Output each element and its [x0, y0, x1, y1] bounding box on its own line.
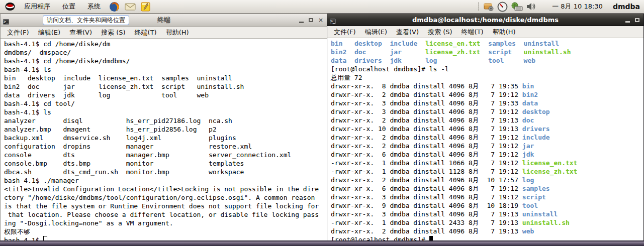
- panel-left: 应用程序 位置 系统: [0, 1, 152, 13]
- terminal-line: drwxr-xr-x. 2 dmdba dinstall 4096 8月 7 1…: [331, 90, 643, 99]
- right-window-title: dmdba@localhost:/home/diske/dmdbms: [327, 16, 643, 24]
- right-menu-item-1[interactable]: 编辑(E): [360, 27, 392, 38]
- left-menu-item-3[interactable]: 搜索 (S): [97, 27, 130, 38]
- background-window-edge: [0, 240, 644, 246]
- terminal-line: that location. Please choose a different…: [4, 210, 327, 219]
- right-menubar: 文件(F)编辑(E)查看(V)搜索 (S)终端(T)帮助(H): [327, 26, 643, 38]
- terminal-line: dbca.sh dts_cmd_run.sh monitor.bmp works…: [4, 168, 327, 176]
- terminal-line: drwxr-xr-x. 3 dmdba dinstall 4096 8月 7 1…: [331, 99, 643, 107]
- terminal-line: drwxr-xr-x. 6 dmdba dinstall 4096 8月 7 1…: [331, 150, 643, 159]
- left-menu-item-2[interactable]: 查看(V): [65, 27, 97, 38]
- left-menu-item-1[interactable]: 编辑(E): [34, 27, 65, 38]
- terminal-line: bash-4.1$ ls: [4, 65, 327, 74]
- terminal-line: <title>Invalid Configuration Location</t…: [4, 185, 327, 193]
- right-titlebar[interactable]: >_ dmdba@localhost:/home/diske/dmdbms: [327, 14, 643, 26]
- terminal-line: drwxr-xr-x. 10 dmdba dinstall 4096 8月 7 …: [331, 125, 643, 133]
- menu-system[interactable]: 系统: [82, 1, 106, 13]
- terminal-line: drwxr-xr-x. 3 dmdba dinstall 4096 8月 7 1…: [331, 210, 643, 218]
- terminal-line: configuration dropins manager restore.xm…: [4, 142, 327, 151]
- maximize-button[interactable]: [309, 18, 313, 22]
- firefox-icon[interactable]: [109, 2, 120, 12]
- terminal-line: analyzer disql hs_err_pid27186.log nca.s…: [4, 116, 327, 125]
- left-titlebar[interactable]: >_ 终端 × 访问文档、文件夹和网络位置: [1, 14, 327, 27]
- terminal-line: drwxr-xr-x. 2 dmdba dinstall 4096 8月 10 …: [331, 176, 643, 184]
- terminal-window-icon: >_: [330, 15, 336, 25]
- right-menu-item-0[interactable]: 文件(F): [329, 27, 360, 38]
- terminal-line: bash-4.1$ ls: [4, 108, 327, 116]
- terminal-line: ing "-Dosgi.locking=none" as a VM argume…: [4, 219, 327, 227]
- left-terminal-output[interactable]: bash-4.1$ cd /home/diske/dmdmdbms/ dmspa…: [1, 39, 327, 242]
- keyboard-icon[interactable]: [511, 2, 523, 11]
- terminal-line: drwxr-xr-x. 8 dmdba dinstall 4096 8月 7 1…: [331, 82, 643, 90]
- terminal-line: is that the file system or Runtime Envir…: [4, 202, 327, 210]
- terminal-line: analyzer.bmp dmagent hs_err_pid2856.log …: [4, 125, 327, 134]
- terminal-window-left: >_ 终端 × 访问文档、文件夹和网络位置 文件(F)编辑(E)查看(V)搜索 …: [0, 14, 328, 241]
- right-terminal-output[interactable]: bin desktop include license_en.txt sampl…: [327, 38, 643, 242]
- menu-places[interactable]: 位置: [57, 1, 80, 13]
- close-button[interactable]: ×: [318, 18, 323, 23]
- terminal-line: drwxr-xr-x. 2 dmdba dinstall 4096 8月 7 1…: [331, 142, 643, 150]
- terminal-line: data drivers jdk log tool web: [331, 56, 643, 65]
- left-menu-item-4[interactable]: 终端(T): [130, 27, 161, 38]
- redhat-menu-icon[interactable]: [5, 2, 16, 11]
- maximize-button[interactable]: [635, 18, 639, 22]
- terminal-line: drwxr-xr-x. 9 dmdba dinstall 4096 8月 10 …: [331, 201, 643, 210]
- terminal-line: [root@localhost dmdbms]# ls -l: [331, 65, 643, 73]
- top-panel: 应用程序 位置 系统: [0, 0, 644, 14]
- package-icon[interactable]: [483, 2, 494, 12]
- places-tooltip: 访问文档、文件夹和网络位置: [43, 15, 129, 25]
- right-menu-item-3[interactable]: 搜索 (S): [423, 27, 457, 38]
- terminal-line: 总用量 72: [331, 73, 643, 82]
- terminal-line: -rwxr-xr-x. 1 dmdba dinstall 1128 8月 7 1…: [331, 167, 643, 176]
- terminal-line: drwxr-xr-x. 2 dmdba dinstall 4096 8月 7 1…: [331, 116, 643, 125]
- terminal-line: 权限不够: [4, 227, 327, 236]
- terminal-line: drwxr-xr-x. 3 dmdba dinstall 4096 8月 7 1…: [331, 193, 643, 201]
- terminal-line: bin2 doc jar license_zh.txt script unins…: [4, 82, 327, 91]
- terminal-line: drwxr-xr-x. 2 dmdba dinstall 4096 8月 7 1…: [331, 133, 643, 142]
- terminal-line: bin desktop include license_en.txt sampl…: [4, 74, 327, 82]
- panel-user[interactable]: dmdba: [613, 3, 640, 11]
- terminal-line: bash-4.1$ cd tool/: [4, 99, 327, 108]
- terminal-line: bash-4.1$ ./manager: [4, 176, 327, 185]
- menu-applications[interactable]: 应用程序: [19, 1, 55, 13]
- terminal-line: drwxr-xr-x. 2 dmdba dinstall 4096 8月 7 1…: [331, 227, 643, 235]
- terminal-line: bin2 doc jar license_zh.txt script unins…: [331, 48, 643, 56]
- minimize-button[interactable]: [625, 21, 630, 23]
- terminal-line: bin desktop include license_en.txt sampl…: [331, 39, 643, 48]
- gauge-icon[interactable]: [497, 2, 508, 12]
- right-menu-item-2[interactable]: 查看(V): [392, 27, 423, 38]
- tray-handle[interactable]: [478, 2, 480, 11]
- terminal-window-icon: >_: [3, 16, 9, 25]
- panel-clock[interactable]: 一 8月 10 18:30: [552, 2, 603, 11]
- terminal-line: dmdbms/ dmspace/: [4, 48, 327, 57]
- left-menu-item-5[interactable]: 帮助(H): [161, 27, 194, 38]
- left-menu-item-0[interactable]: 文件(F): [3, 27, 34, 38]
- terminal-line: data drivers jdk log tool web: [4, 91, 327, 99]
- terminal-line: bash-4.1$ cd /home/diske/dm: [4, 40, 327, 48]
- terminal-line: backup.xml dmservice.sh log4j.xml plugin…: [4, 134, 327, 142]
- right-menu-item-4[interactable]: 终端(T): [457, 27, 488, 38]
- note-icon[interactable]: [141, 2, 150, 12]
- volume-icon[interactable]: [526, 2, 536, 11]
- terminal-line: console dts manager.bmp server_connectio…: [4, 151, 327, 159]
- terminal-line: console.bmp dts.bmp monitor templates: [4, 159, 327, 168]
- terminal-line: drwxr-xr-x. 6 dmdba dinstall 4096 8月 7 1…: [331, 184, 643, 193]
- terminal-window-right: >_ dmdba@localhost:/home/diske/dmdbms 文件…: [327, 14, 644, 241]
- terminal-line: -rwxr-xr-x. 1 dmdba dinstall 2433 8月 7 1…: [331, 218, 643, 227]
- terminal-line: drwxr-xr-x. 3 dmdba dinstall 4096 8月 7 1…: [331, 107, 643, 116]
- right-menu-item-5[interactable]: 帮助(H): [488, 27, 520, 38]
- left-menubar: 文件(F)编辑(E)查看(V)搜索 (S)终端(T)帮助(H): [1, 27, 327, 39]
- minimize-button[interactable]: [299, 22, 304, 23]
- terminal-line: bash-4.1$ cd /home/diske/dmdbms/: [4, 57, 327, 65]
- terminal-line: -rwxr-xr-x. 1 dmdba dinstall 1066 8月 7 1…: [331, 159, 643, 167]
- system-tray: 一 8月 10 18:30 dmdba: [478, 2, 644, 12]
- mail-icon[interactable]: [125, 3, 136, 11]
- terminal-line: ctory "/home/diske/dmdbms/tool/configura…: [4, 193, 327, 202]
